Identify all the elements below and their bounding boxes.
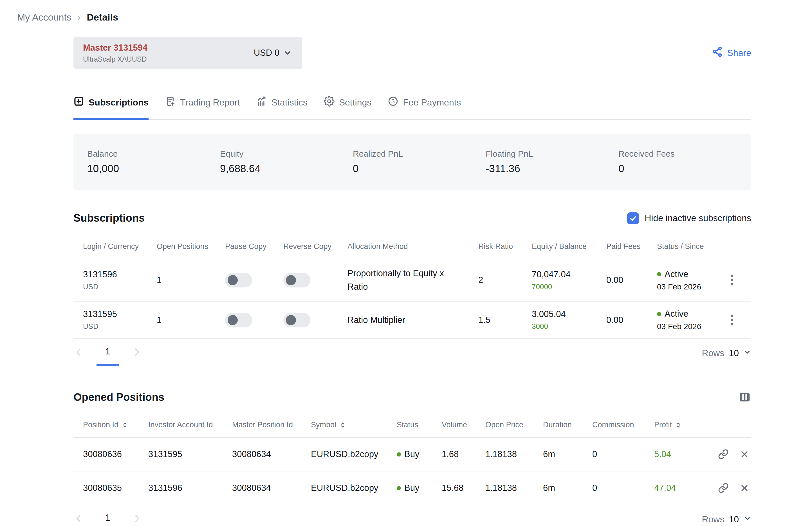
breadcrumb: My Accounts › Details	[17, 12, 795, 23]
row-actions	[718, 483, 751, 493]
account-selector[interactable]: Master 3131594 UltraScalp XAUUSD USD 0	[73, 37, 302, 69]
tab-label: Settings	[339, 97, 372, 108]
hide-inactive-control[interactable]: Hide inactive subscriptions	[627, 213, 751, 224]
account-subtitle: UltraScalp XAUUSD	[83, 55, 147, 63]
login-currency-cell: 3131596 USD	[73, 269, 157, 291]
investor-account-id-cell: 3131596	[148, 483, 232, 493]
summary-value: 0	[353, 163, 485, 175]
share-button[interactable]: Share	[712, 46, 751, 60]
close-position-icon[interactable]	[739, 483, 750, 493]
column-header: Volume	[442, 421, 485, 429]
position-row: 30080635 3131596 30080634 EURUSD.b2copy …	[73, 471, 751, 505]
pause-copy-toggle[interactable]	[225, 313, 252, 327]
chevron-right-icon[interactable]	[131, 513, 142, 525]
risk-ratio-cell: 2	[478, 275, 532, 285]
column-header-sortable[interactable]: Position Id	[73, 421, 148, 429]
summary-balance: Balance 10,000	[87, 149, 220, 175]
toggle-knob	[286, 275, 296, 285]
column-header: Risk Ratio	[478, 242, 532, 251]
open-positions-cell: 1	[157, 315, 225, 325]
link-icon[interactable]	[718, 483, 729, 493]
chevron-left-icon[interactable]	[73, 347, 84, 359]
rows-value: 10	[729, 514, 739, 525]
tab-label: Statistics	[272, 97, 307, 108]
tab-fee-payments[interactable]: $ Fee Payments	[388, 96, 461, 119]
summary-label: Floating PnL	[485, 149, 619, 159]
rows-per-page-select[interactable]: Rows 10	[702, 514, 751, 525]
login-value: 3131596	[83, 269, 157, 280]
column-header: Open Price	[485, 421, 543, 429]
login-value: 3131595	[83, 309, 157, 319]
open-positions-cell: 1	[157, 275, 225, 285]
rows-per-page-select[interactable]: Rows 10	[702, 348, 751, 359]
column-header-sortable[interactable]: Profit	[654, 421, 709, 429]
tab-label: Fee Payments	[403, 97, 461, 108]
open-price-cell: 1.18138	[485, 449, 543, 459]
opened-positions-title: Opened Positions	[73, 391, 164, 403]
summary-label: Received Fees	[619, 149, 751, 159]
status-dot-icon	[657, 272, 661, 276]
currency-value: USD	[83, 322, 157, 331]
share-icon	[712, 46, 723, 60]
equity-value: 3,005.04	[532, 309, 606, 319]
column-header: Investor Account Id	[148, 421, 232, 429]
column-header-sortable[interactable]: Symbol	[311, 421, 397, 429]
chevron-left-icon[interactable]	[73, 513, 84, 525]
page-number[interactable]: 1	[97, 346, 119, 366]
tab-subscriptions[interactable]: Subscriptions	[73, 96, 148, 119]
breadcrumb-my-accounts[interactable]: My Accounts	[17, 12, 71, 23]
page-number[interactable]: 1	[97, 512, 119, 526]
row-actions	[718, 449, 751, 459]
subscriptions-table: Login / Currency Open Positions Pause Co…	[73, 235, 751, 339]
account-currency-dropdown[interactable]: USD 0	[254, 48, 292, 58]
since-value: 03 Feb 2026	[657, 322, 729, 331]
duration-cell: 6m	[543, 483, 592, 493]
reverse-copy-toggle[interactable]	[283, 273, 310, 288]
reverse-copy-toggle[interactable]	[283, 313, 310, 327]
column-header: Equity / Balance	[532, 242, 606, 251]
active-page-underline	[97, 364, 119, 366]
login-currency-cell: 3131595 USD	[73, 309, 157, 331]
subscription-row: 3131595 USD 1 Ratio Multiplier 1.5 3,005…	[73, 302, 751, 339]
link-icon[interactable]	[718, 449, 729, 459]
opened-positions-header: Opened Positions	[73, 391, 751, 404]
subscriptions-table-header: Login / Currency Open Positions Pause Co…	[73, 235, 751, 259]
balance-value: 70000	[532, 282, 606, 291]
rows-label: Rows	[702, 514, 724, 525]
gear-icon	[324, 96, 335, 109]
status-value: Active	[665, 269, 688, 279]
position-id-cell: 30080636	[73, 449, 148, 459]
column-header: Status	[397, 421, 442, 429]
pause-copy-toggle[interactable]	[225, 273, 252, 288]
status-cell: Buy	[397, 483, 442, 493]
column-header: Duration	[543, 421, 592, 429]
summary-value: 0	[619, 163, 751, 175]
hide-inactive-checkbox[interactable]	[627, 213, 639, 224]
chevron-right-icon[interactable]	[131, 347, 142, 359]
summary-floating-pnl: Floating PnL -311.36	[485, 149, 619, 175]
column-header: Commission	[592, 421, 654, 429]
subscriptions-title: Subscriptions	[73, 212, 145, 224]
row-menu-kebab-icon[interactable]	[729, 315, 733, 325]
toggle-knob	[286, 315, 296, 325]
summary-realized-pnl: Realized PnL 0	[353, 149, 485, 175]
volume-cell: 1.68	[442, 449, 485, 459]
summary-equity: Equity 9,688.64	[220, 149, 353, 175]
summary-value: 9,688.64	[220, 163, 353, 175]
pager: 1	[73, 346, 142, 366]
columns-settings-icon[interactable]	[738, 391, 751, 404]
close-position-icon[interactable]	[739, 449, 750, 459]
tab-trading-report[interactable]: Trading Report	[165, 96, 240, 119]
account-summary: Balance 10,000 Equity 9,688.64 Realized …	[73, 134, 751, 190]
tab-statistics[interactable]: Statistics	[256, 96, 307, 119]
page: My Accounts › Details Master 3131594 Ult…	[0, 0, 812, 526]
paid-fees-cell: 0.00	[606, 315, 657, 325]
risk-ratio-cell: 1.5	[478, 315, 532, 325]
summary-value: -311.36	[485, 163, 619, 175]
row-menu-kebab-icon[interactable]	[729, 275, 733, 285]
main-content: Master 3131594 UltraScalp XAUUSD USD 0 S…	[73, 37, 751, 526]
tab-settings[interactable]: Settings	[324, 96, 372, 119]
buy-dot-icon	[397, 486, 401, 490]
rows-value: 10	[729, 348, 739, 359]
status-since-cell: Active 03 Feb 2026	[657, 309, 729, 331]
